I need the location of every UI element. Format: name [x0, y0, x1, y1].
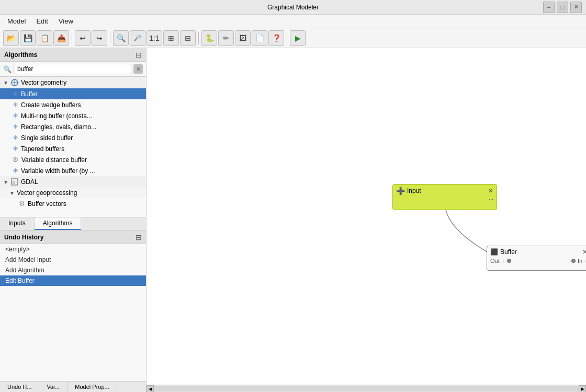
vector-geoprocessing-group[interactable]: ▼ Vector geoprocessing: [0, 188, 146, 198]
bottom-tab-model-prop[interactable]: Model Prop...: [67, 382, 117, 392]
zoom-actual-button[interactable]: 1:1: [146, 30, 162, 46]
menubar: Model Edit View: [0, 15, 586, 28]
algorithm-variable-distance[interactable]: ⚙ Variable distance buffer: [0, 154, 146, 165]
vector-geometry-expand-icon: ▼: [3, 80, 8, 86]
undo-collapse-icon[interactable]: ⊟: [136, 233, 142, 241]
zoom-in-button[interactable]: 🔍: [113, 30, 129, 46]
algorithm-single-sided-buffer[interactable]: ✳ Single sided buffer: [0, 132, 146, 143]
svg-text:G: G: [12, 180, 15, 185]
buffer-out-plus: +: [502, 258, 505, 264]
tab-inputs[interactable]: Inputs: [0, 217, 35, 230]
buffer-in-dot[interactable]: [571, 259, 576, 263]
algorithm-variable-width[interactable]: ✳ Variable width buffer (by ...: [0, 165, 146, 176]
undo-item-add-model-input[interactable]: Add Model Input: [0, 255, 146, 265]
undo-item-add-algorithm[interactable]: Add Algorithm: [0, 265, 146, 275]
variable-width-label: Variable width buffer (by ...: [21, 167, 95, 175]
export-button[interactable]: 📤: [53, 30, 69, 46]
undo-history-title: Undo History: [4, 234, 43, 241]
zoom-out-button[interactable]: 🔎: [130, 30, 145, 46]
canvas-scrollbar[interactable]: ◀ ▶: [146, 385, 586, 392]
single-sided-buffer-icon: ✳: [13, 134, 18, 142]
left-panel: Algorithms ⊟ 🔍 ✕ ▼ Vector geometry ✳ Buf…: [0, 48, 146, 392]
bottom-tab-undo[interactable]: Undo H...: [0, 382, 39, 392]
canvas[interactable]: ➕ Input ✕ ··· ⬛ Buffer ✕: [146, 48, 586, 385]
undo-item-edit-buffer[interactable]: Edit Buffer: [0, 275, 146, 286]
algorithms-collapse-icon[interactable]: ⊟: [136, 51, 142, 59]
search-input[interactable]: [14, 64, 131, 74]
tab-algorithms[interactable]: Algorithms: [35, 217, 82, 230]
gdal-label: GDAL: [21, 178, 38, 186]
buffer-in-port: In +: [571, 258, 586, 264]
zoom-fit-button[interactable]: ⊞: [163, 30, 179, 46]
toolbar: 📂 💾 📋 📤 ↩ ↪ 🔍 🔎 1:1 ⊞ ⊟ 🐍 ✏ 🖼 📄 ❓ ▶: [0, 28, 586, 48]
redo-button[interactable]: ↪: [92, 30, 107, 46]
canvas-container: ➕ Input ✕ ··· ⬛ Buffer ✕: [146, 48, 586, 392]
gdal-group[interactable]: ▼ G GDAL: [0, 176, 146, 188]
buffer-out-label: Out: [490, 258, 500, 264]
open-button[interactable]: 📂: [3, 30, 19, 46]
bottom-tab-bar: Undo H... Var... Model Prop...: [0, 381, 146, 392]
buffer-node[interactable]: ⬛ Buffer ✕ Out + In +: [487, 246, 586, 271]
algorithms-section-header: Algorithms ⊟: [0, 48, 146, 62]
undo-history-header: Undo History ⊟: [0, 230, 146, 244]
scroll-right-button[interactable]: ▶: [579, 385, 586, 393]
undo-button[interactable]: ↩: [75, 30, 91, 46]
algorithm-buffer-vectors[interactable]: ⚙ Buffer vectors: [0, 198, 146, 209]
save-as-button[interactable]: 📋: [37, 30, 52, 46]
menu-view[interactable]: View: [53, 16, 78, 26]
tab-bar: Inputs Algorithms: [0, 217, 146, 230]
algorithm-tapered-buffers[interactable]: ✳ Tapered buffers: [0, 143, 146, 154]
buffer-node-ports-row: Out + In +: [487, 257, 586, 265]
zoom-layer-button[interactable]: ⊟: [180, 30, 196, 46]
close-button[interactable]: ✕: [570, 2, 582, 13]
variable-distance-icon: ⚙: [13, 156, 19, 164]
input-node-close-icon[interactable]: ✕: [488, 187, 493, 194]
variable-distance-label: Variable distance buffer: [21, 156, 87, 164]
export-pdf-button[interactable]: 📄: [252, 30, 267, 46]
vector-geometry-group[interactable]: ▼ Vector geometry: [0, 77, 146, 88]
input-node-ports: ···: [393, 196, 497, 204]
gdal-expand-icon: ▼: [3, 179, 8, 185]
buffer-vectors-icon: ⚙: [19, 200, 25, 207]
titlebar: Graphical Modeler − □ ✕: [0, 0, 586, 15]
menu-edit[interactable]: Edit: [31, 16, 53, 26]
buffer-node-header: ⬛ Buffer ✕: [487, 246, 586, 257]
vector-geoprocessing-label: Vector geoprocessing: [17, 189, 77, 197]
input-node[interactable]: ➕ Input ✕ ···: [392, 184, 497, 210]
buffer-out-dot[interactable]: [507, 259, 511, 263]
undo-history-list: <empty> Add Model Input Add Algorithm Ed…: [0, 244, 146, 381]
titlebar-title: Graphical Modeler: [267, 4, 319, 11]
scroll-track[interactable]: [154, 386, 579, 391]
algorithm-multi-ring-buffer[interactable]: ✳ Multi-ring buffer (consta...: [0, 110, 146, 121]
scroll-left-button[interactable]: ◀: [146, 385, 154, 393]
undo-item-empty[interactable]: <empty>: [0, 244, 146, 255]
tapered-buffers-icon: ✳: [13, 145, 18, 153]
rectangles-ovals-label: Rectangles, ovals, diamo...: [21, 123, 96, 131]
buffer-vectors-label: Buffer vectors: [28, 200, 66, 207]
menu-model[interactable]: Model: [2, 16, 31, 26]
algorithm-create-wedge-buffers[interactable]: ✳ Create wedge buffers: [0, 99, 146, 110]
minimize-button[interactable]: −: [543, 2, 555, 13]
help-button[interactable]: ❓: [268, 30, 284, 46]
tapered-buffers-label: Tapered buffers: [21, 145, 64, 153]
edit-model-button[interactable]: ✏: [218, 30, 234, 46]
main-content: Algorithms ⊟ 🔍 ✕ ▼ Vector geometry ✳ Buf…: [0, 48, 586, 392]
export-img-button[interactable]: 🖼: [235, 30, 251, 46]
run-button[interactable]: ▶: [290, 30, 306, 46]
save-button[interactable]: 💾: [20, 30, 36, 46]
python-button[interactable]: 🐍: [201, 30, 217, 46]
algorithm-rectangles-ovals[interactable]: ✳ Rectangles, ovals, diamo...: [0, 121, 146, 132]
buffer-node-close-icon[interactable]: ✕: [582, 248, 586, 256]
input-node-label: Input: [407, 187, 421, 194]
clear-search-button[interactable]: ✕: [133, 64, 143, 74]
vector-geometry-icon: [10, 78, 19, 87]
maximize-button[interactable]: □: [557, 2, 568, 13]
vector-geometry-label: Vector geometry: [21, 79, 66, 86]
algorithm-buffer[interactable]: ✳ Buffer: [0, 88, 146, 99]
connections-layer: [146, 48, 586, 385]
bottom-tab-var[interactable]: Var...: [39, 382, 67, 392]
input-node-header: ➕ Input ✕: [393, 185, 497, 196]
buffer-label: Buffer: [21, 90, 38, 98]
multi-ring-buffer-label: Multi-ring buffer (consta...: [21, 112, 92, 120]
buffer-node-label: Buffer: [500, 248, 517, 256]
